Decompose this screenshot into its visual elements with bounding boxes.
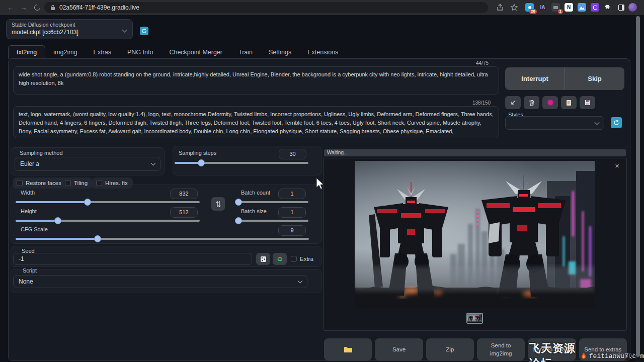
reuse-seed-button[interactable]: ♻ xyxy=(273,253,287,265)
extension-purple-icon[interactable] xyxy=(591,3,599,12)
send-to-img2img-button[interactable]: Send to img2img xyxy=(477,338,525,360)
page-scrollbar xyxy=(635,15,640,362)
height-input[interactable]: 512 xyxy=(170,207,198,218)
checkpoint-refresh-button[interactable] xyxy=(140,27,148,35)
sampling-method-dropdown[interactable]: Euler a xyxy=(15,157,160,171)
batch-count-label: Batch count xyxy=(241,190,270,196)
refresh-icon xyxy=(141,28,147,34)
zip-button[interactable]: Zip xyxy=(426,338,474,360)
trash-icon xyxy=(529,100,535,106)
back-icon[interactable]: ← xyxy=(6,3,15,12)
swap-arrows-icon xyxy=(215,201,221,208)
share-icon[interactable] xyxy=(496,4,504,12)
cfg-scale-slider[interactable] xyxy=(16,235,309,242)
skip-button[interactable]: Skip xyxy=(565,67,624,90)
batch-size-slider[interactable] xyxy=(235,217,308,224)
prompt-textarea[interactable]: wide shot angle, a (gundam:0.8) robot st… xyxy=(13,66,499,95)
interrupt-button[interactable]: Interrupt xyxy=(505,67,565,90)
slider-handle[interactable] xyxy=(54,217,61,224)
recycle-icon: ♻ xyxy=(277,255,283,263)
seed-extra-checkbox[interactable] xyxy=(291,256,297,262)
extra-networks-button[interactable] xyxy=(542,96,558,109)
address-bar[interactable]: 02a56ff4-71ff-439e.gradio.live xyxy=(44,2,488,13)
bookmark-star-icon[interactable] xyxy=(510,4,518,12)
sampling-steps-input[interactable]: 30 xyxy=(279,149,306,159)
pin-badge: 20 xyxy=(529,9,537,14)
tab-extras[interactable]: Extras xyxy=(86,46,119,59)
extension-image-icon[interactable] xyxy=(578,3,586,12)
tab-settings[interactable]: Settings xyxy=(261,46,299,59)
styles-refresh-button[interactable] xyxy=(611,117,622,128)
cfg-scale-input[interactable]: 9 xyxy=(278,225,306,236)
seed-input[interactable]: -1 xyxy=(13,253,252,265)
restore-faces-checkbox[interactable] xyxy=(17,180,23,186)
width-slider[interactable] xyxy=(16,199,200,206)
width-input[interactable]: 832 xyxy=(170,189,198,199)
profile-avatar[interactable] xyxy=(628,3,637,12)
clear-prompt-button[interactable] xyxy=(524,96,539,109)
height-slider[interactable] xyxy=(16,217,200,224)
hires-fix-checkbox[interactable] xyxy=(96,180,102,186)
reload-icon[interactable] xyxy=(33,4,42,12)
apply-styles-button[interactable] xyxy=(561,96,577,109)
sampling-steps-label: Sampling steps xyxy=(179,150,216,156)
send-to-inpaint-button[interactable]: Send to inpaint xyxy=(528,338,576,360)
tab-checkpoint-merger[interactable]: Checkpoint Merger xyxy=(161,46,230,59)
tab-train[interactable]: Train xyxy=(230,46,261,59)
sampling-steps-slider[interactable] xyxy=(175,159,308,166)
slider-handle[interactable] xyxy=(198,159,205,166)
tab-png-info[interactable]: PNG Info xyxy=(119,46,161,59)
extension-notion-icon[interactable]: N xyxy=(565,3,573,12)
refresh-icon xyxy=(613,120,619,126)
slider-handle[interactable] xyxy=(94,235,101,242)
slider-handle[interactable] xyxy=(235,217,242,224)
tab-extensions[interactable]: Extensions xyxy=(299,46,346,59)
swap-dimensions-button[interactable] xyxy=(211,197,225,211)
close-icon[interactable]: × xyxy=(615,161,619,170)
extensions-puzzle-icon[interactable] xyxy=(604,3,612,12)
cfg-scale-label: CFG Scale xyxy=(21,226,48,232)
extension-camera-icon[interactable]: 1 xyxy=(551,3,560,12)
seed-extra-label: Extra xyxy=(300,256,313,262)
tab-txt2img[interactable]: txt2img xyxy=(8,45,45,59)
negative-prompt-textarea[interactable]: text, logo, watermark, (worst quality, l… xyxy=(13,106,499,138)
floppy-icon xyxy=(585,100,591,106)
forward-icon[interactable]: → xyxy=(19,3,28,12)
sampling-method-label: Sampling method xyxy=(20,150,63,156)
negative-token-counter: 138/150 xyxy=(470,100,493,106)
gallery-panel: × xyxy=(323,158,627,331)
random-seed-button[interactable] xyxy=(256,253,270,265)
open-folder-button[interactable] xyxy=(324,338,372,360)
checkpoint-dropdown[interactable]: Stable Diffusion checkpoint model.ckpt [… xyxy=(6,19,133,39)
dice-icon xyxy=(260,256,267,262)
paste-params-button[interactable] xyxy=(505,96,521,109)
save-button[interactable]: Save xyxy=(375,338,423,360)
batch-count-slider[interactable] xyxy=(235,199,308,206)
save-style-button[interactable] xyxy=(580,96,595,109)
tiling-checkbox[interactable] xyxy=(65,180,71,186)
styles-dropdown[interactable] xyxy=(505,116,604,130)
height-label: Height xyxy=(21,208,37,214)
slider-handle[interactable] xyxy=(235,199,242,206)
script-dropdown[interactable]: None xyxy=(13,275,307,288)
lock-icon xyxy=(50,5,55,11)
batch-size-input[interactable]: 1 xyxy=(278,207,306,218)
generated-image[interactable] xyxy=(355,161,595,308)
url-text: 02a56ff4-71ff-439e.gradio.live xyxy=(59,4,139,11)
browser-toolbar: ← → 02a56ff4-71ff-439e.gradio.live 20 IA… xyxy=(0,0,644,15)
batch-count-input[interactable]: 1 xyxy=(278,189,306,199)
watermark-brand: udemy xyxy=(613,351,634,359)
gallery-thumbnail[interactable] xyxy=(466,313,483,324)
extension-pin-icon[interactable]: 20 xyxy=(525,3,534,12)
main-tabs: txt2img img2img Extras PNG Info Checkpoi… xyxy=(8,45,346,59)
sidebar-toggle-icon[interactable] xyxy=(617,3,625,12)
extension-ia-icon[interactable]: IA xyxy=(538,3,547,12)
txt2img-panel: wide shot angle, a (gundam:0.8) robot st… xyxy=(8,58,630,361)
hires-fix-checkbox-chip: Hires. fix xyxy=(92,177,133,189)
slider-handle[interactable] xyxy=(84,199,91,206)
tab-img2img[interactable]: img2img xyxy=(45,46,85,59)
scrollbar-thumb[interactable] xyxy=(636,16,640,357)
clipboard-icon xyxy=(566,100,572,106)
folder-icon xyxy=(344,346,353,353)
output-actions: Save Zip Send to img2img Send to inpaint… xyxy=(324,338,627,360)
